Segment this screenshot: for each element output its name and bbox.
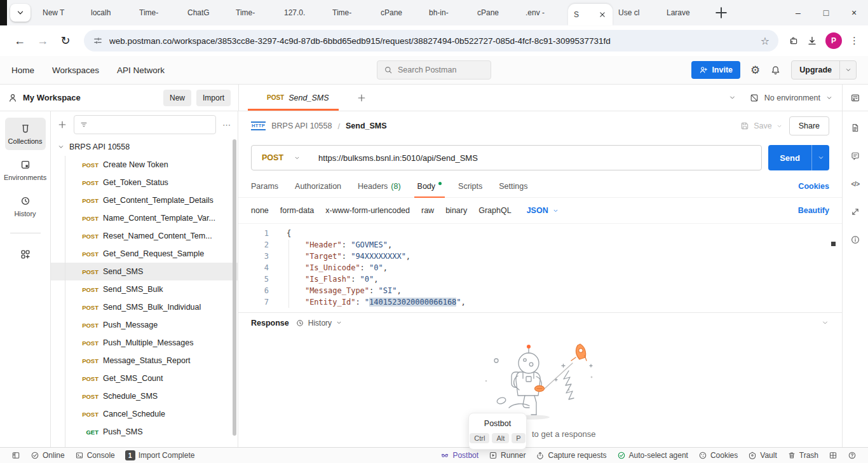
share-button[interactable]: Share: [789, 116, 829, 135]
forward-button[interactable]: →: [32, 30, 53, 52]
extensions-icon[interactable]: [789, 36, 799, 46]
status-bar-item[interactable]: Vault: [743, 451, 782, 460]
nav-item[interactable]: API Network: [117, 66, 165, 75]
language-selector[interactable]: JSON: [527, 206, 559, 215]
sidebar-item[interactable]: POST Push_Multiple_Messages: [51, 334, 238, 352]
collections-filter-input[interactable]: [74, 115, 216, 134]
cookies-link[interactable]: Cookies: [798, 175, 829, 197]
config-tab[interactable]: Authorization: [295, 175, 341, 197]
save-button[interactable]: Save: [740, 121, 783, 131]
config-tab[interactable]: Body: [417, 175, 442, 197]
bookmark-star-icon[interactable]: ☆: [761, 35, 770, 47]
upgrade-chevron[interactable]: [839, 61, 856, 79]
status-bar-item[interactable]: 1 Import Complete: [120, 450, 200, 460]
status-bar-item[interactable]: Console: [70, 451, 120, 460]
browser-tab[interactable]: cPane: [375, 0, 423, 25]
browser-tab[interactable]: .env -: [520, 0, 568, 25]
notifications-bell-icon[interactable]: [770, 65, 781, 76]
sidebar-item[interactable]: POST Get_Token_Status: [51, 174, 238, 191]
breadcrumb-request[interactable]: Send_SMS: [346, 121, 387, 130]
back-button[interactable]: ←: [9, 30, 31, 52]
search-input[interactable]: Search Postman: [377, 60, 491, 79]
sidebar-item[interactable]: POST Get_Send_Request_Sample: [51, 245, 238, 263]
sidebar-item[interactable]: POST Cancel_Schedule: [51, 405, 238, 423]
body-type-radio[interactable]: none: [251, 206, 269, 215]
environment-quick-look[interactable]: [842, 85, 868, 111]
import-button[interactable]: Import: [196, 90, 231, 106]
sidebar-item[interactable]: POST Send_SMS_Bulk_Individual: [51, 298, 238, 316]
related-requests-icon[interactable]: [850, 207, 860, 217]
code-snippet-icon[interactable]: </>: [850, 179, 860, 189]
site-info-icon[interactable]: [93, 36, 103, 46]
save-chevron-icon[interactable]: [776, 123, 783, 130]
nav-item[interactable]: Home: [11, 66, 34, 75]
window-control-button[interactable]: □: [812, 0, 840, 25]
browser-tab[interactable]: cPane: [471, 0, 520, 25]
downloads-icon[interactable]: [806, 35, 818, 46]
sidebar-item[interactable]: POST Push_Message: [51, 316, 238, 334]
status-bar-item[interactable]: Cookies: [693, 451, 743, 460]
browser-tab[interactable]: 127.0.: [278, 0, 327, 25]
postbot-tooltip-card[interactable]: Postbot CtrlAltP: [468, 413, 527, 450]
status-bar-item[interactable]: [6, 451, 25, 460]
sidebar-item[interactable]: POST Reset_Named_Content_Tem...: [51, 227, 238, 245]
sidebar-item[interactable]: POST Get_Content_Template_Details: [51, 191, 238, 209]
browser-tab[interactable]: Time-: [133, 0, 182, 25]
config-tab[interactable]: Params: [251, 175, 278, 197]
sidebar-item[interactable]: BRPS API 10558: [51, 138, 238, 156]
status-bar-item[interactable]: Auto-select agent: [612, 451, 693, 460]
browser-tab[interactable]: Use cl: [613, 0, 661, 25]
sidebar-rail-item[interactable]: [10, 233, 41, 233]
sidebar-rail-item[interactable]: [5, 244, 46, 265]
documentation-icon[interactable]: [850, 123, 860, 133]
browser-profile-avatar[interactable]: P: [825, 32, 842, 49]
add-collection-button[interactable]: [57, 120, 67, 130]
sidebar-item[interactable]: POST Message_Status_Report: [51, 352, 238, 370]
info-icon[interactable]: [850, 235, 860, 245]
window-control-button[interactable]: –: [784, 0, 812, 25]
request-tab-send-sms[interactable]: POST Send_SMS: [239, 85, 348, 111]
sidebar-scrollbar[interactable]: [233, 139, 236, 436]
browser-tab[interactable]: ChatG: [182, 0, 230, 25]
chevron-down-icon[interactable]: [57, 143, 65, 151]
sidebar-item[interactable]: POST Send_SMS_Bulk: [51, 280, 238, 298]
settings-gear-icon[interactable]: ⚙: [750, 65, 760, 76]
workspace-title[interactable]: My Workspace: [23, 93, 81, 102]
address-bar[interactable]: web.postman.co/workspace/3853cc8e-3297-4…: [84, 30, 778, 52]
browser-tab[interactable]: bh-in-: [423, 0, 471, 25]
send-button[interactable]: Send: [768, 145, 811, 170]
sidebar-item[interactable]: POST Name_Content_Template_Var...: [51, 209, 238, 227]
tab-search-button[interactable]: [10, 4, 31, 22]
browser-menu-icon[interactable]: ⋮: [850, 35, 859, 46]
new-tab-button[interactable]: [713, 4, 729, 21]
sidebar-rail-item[interactable]: Environments: [5, 154, 46, 186]
browser-tab[interactable]: New T: [37, 0, 85, 25]
breadcrumb-collection[interactable]: BRPS API 10558: [271, 121, 332, 130]
status-bar-item[interactable]: Postbot: [435, 451, 484, 460]
body-type-radio[interactable]: binary: [445, 206, 467, 215]
response-history-button[interactable]: History: [295, 319, 342, 328]
tab-close-icon[interactable]: [598, 10, 607, 19]
sidebar-item[interactable]: POST Get_SMS_Count: [51, 370, 238, 387]
url-text[interactable]: web.postman.co/workspace/3853cc8e-3297-4…: [109, 36, 754, 46]
comments-icon[interactable]: [850, 151, 860, 161]
body-type-radio[interactable]: x-www-form-urlencoded: [325, 206, 410, 215]
body-type-radio[interactable]: form-data: [280, 206, 315, 215]
tab-list-chevron-icon[interactable]: [728, 93, 736, 102]
nav-item[interactable]: Workspaces: [52, 66, 99, 75]
status-bar-item[interactable]: Online: [25, 451, 70, 460]
sidebar-item[interactable]: GET Push_SMS: [51, 423, 238, 441]
status-bar-item[interactable]: Capture requests: [531, 451, 611, 460]
new-request-tab-button[interactable]: [356, 93, 367, 103]
sidebar-rail-item[interactable]: Collections: [5, 118, 46, 150]
method-selector[interactable]: POST: [252, 153, 311, 162]
invite-button[interactable]: Invite: [691, 61, 740, 79]
status-bar-item[interactable]: [843, 451, 862, 460]
new-button[interactable]: New: [163, 90, 191, 106]
request-url-input[interactable]: https://bulksms.bsnl.in:5010/api/Send_SM…: [311, 153, 761, 163]
beautify-link[interactable]: Beautify: [798, 206, 829, 215]
sidebar-item[interactable]: POST Create New Token: [51, 156, 238, 174]
browser-tab[interactable]: Time-: [327, 0, 375, 25]
send-options-chevron[interactable]: [811, 145, 829, 170]
browser-tab[interactable]: S: [568, 4, 613, 25]
